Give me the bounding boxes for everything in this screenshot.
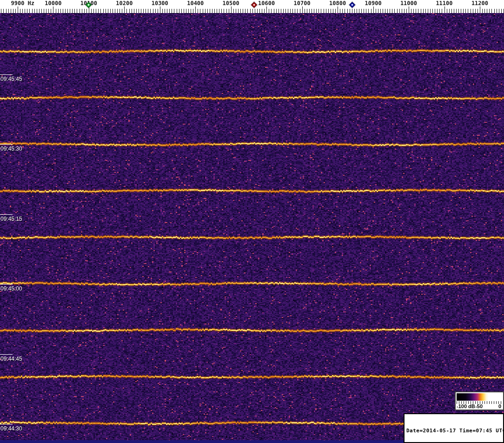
legend-label-max: 0 (498, 403, 501, 409)
frequency-ruler-ticks (0, 0, 504, 13)
time-label: 09:45:15 (0, 216, 22, 222)
marker-center-dot (351, 4, 353, 6)
legend-label-mid: -50 (475, 403, 483, 409)
frequency-ruler[interactable]: 9900 Hz100001010010200103001040010500106… (0, 0, 504, 13)
time-label: 09:45:00 (0, 285, 22, 291)
time-tick (0, 144, 13, 145)
time-tick (0, 284, 13, 284)
ruler-label-11200: 11200 (471, 0, 488, 6)
ruler-label-10300: 10300 (152, 0, 168, 6)
spectrogram-app-window: 9900 Hz100001010010200103001040010500106… (0, 0, 504, 443)
time-label: 09:45:30 (0, 145, 22, 152)
ruler-label-10700: 10700 (294, 0, 311, 6)
time-tick (0, 354, 13, 355)
marker-center-dot (88, 4, 90, 6)
waterfall-display[interactable] (0, 13, 504, 443)
color-scale-gradient-bar (457, 393, 502, 401)
info-box: Date=2014-05-17 Time=07:45 UTC Freq=143 … (404, 413, 504, 443)
ruler-label-10800: 10800 (329, 0, 346, 6)
info-line-date: Date=2014-05-17 Time=07:45 UTC (406, 428, 501, 434)
ruler-label-9900: 9900 Hz (11, 0, 35, 6)
ruler-label-10400: 10400 (187, 0, 204, 6)
time-tick (0, 74, 13, 75)
time-tick (0, 214, 13, 215)
time-tick (0, 424, 13, 424)
color-scale-legend[interactable]: -100 dB -50 0 (455, 391, 504, 410)
time-label: 09:44:45 (0, 356, 22, 362)
color-scale-labels: -100 dB -50 0 (457, 403, 502, 410)
time-label: 09:44:30 (0, 425, 22, 431)
ruler-label-11000: 11000 (400, 0, 417, 6)
ruler-label-10900: 10900 (365, 0, 382, 6)
ruler-label-11100: 11100 (436, 0, 452, 6)
time-label: 09:45:45 (0, 76, 22, 82)
ruler-label-10000: 10000 (45, 0, 61, 6)
ruler-label-10600: 10600 (258, 0, 275, 6)
ruler-label-10200: 10200 (116, 0, 133, 6)
legend-label-min: -100 dB (457, 403, 475, 409)
ruler-label-10500: 10500 (223, 0, 239, 6)
marker-center-dot (253, 4, 255, 6)
